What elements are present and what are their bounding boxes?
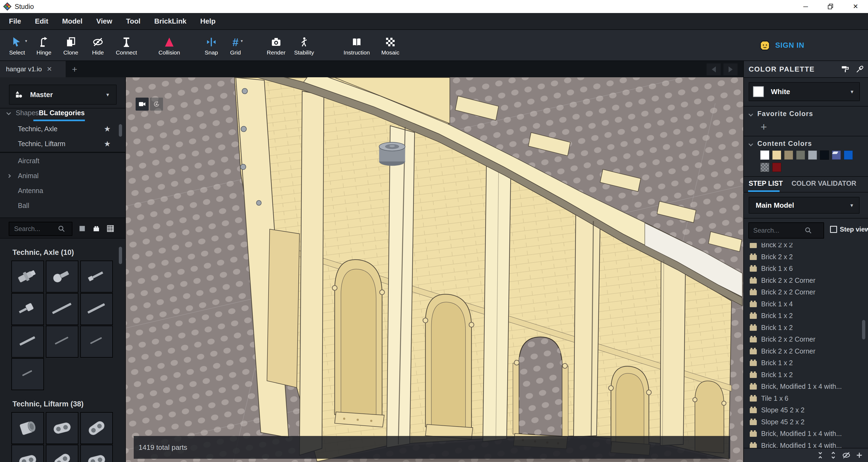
camera-view-button[interactable] [135, 98, 149, 111]
step-search[interactable] [748, 222, 824, 239]
content-color-swatch[interactable] [820, 151, 829, 160]
collapse-chevron-icon[interactable] [749, 142, 753, 146]
part-thumbnail[interactable] [80, 293, 113, 325]
step-list-item[interactable]: Brick 2 x 2 Corner [744, 333, 868, 345]
step-prev-button[interactable] [707, 63, 721, 75]
parts-scrollbar[interactable] [119, 247, 122, 264]
menu-tool[interactable]: Tool [126, 17, 141, 26]
step-list-item[interactable]: Slope 45 2 x 2 [744, 416, 868, 428]
collapse-chevron-icon[interactable] [6, 111, 11, 115]
part-thumbnail[interactable] [11, 326, 44, 358]
content-color-swatch[interactable] [772, 151, 781, 160]
tab-step-list[interactable]: STEP LIST [749, 179, 783, 187]
add-step-icon[interactable] [855, 451, 864, 460]
solid-view-toggle[interactable] [78, 224, 86, 233]
document-tab[interactable]: hangar v1.io ✕ [0, 61, 66, 77]
part-thumbnail[interactable] [11, 293, 44, 325]
stability-tool-button[interactable]: Stability [287, 33, 321, 60]
collision-tool-button[interactable]: Collision [152, 33, 186, 60]
content-color-swatch[interactable] [760, 151, 769, 160]
new-tab-button[interactable]: + [68, 61, 81, 77]
menu-edit[interactable]: Edit [35, 17, 48, 26]
step-list-item[interactable]: Brick 1 x 6 [744, 263, 868, 275]
add-favorite-color-button[interactable]: + [761, 123, 767, 131]
brick-view-toggle[interactable] [92, 224, 100, 233]
menu-file[interactable]: File [9, 17, 21, 26]
parts-search-input[interactable] [13, 225, 57, 233]
menu-model[interactable]: Model [62, 17, 83, 26]
part-thumbnail[interactable] [80, 326, 113, 358]
minimize-button[interactable]: ─ [793, 0, 818, 13]
category-scrollbar[interactable] [119, 124, 122, 137]
content-color-swatch[interactable] [808, 151, 817, 160]
rotation-lock-button[interactable] [150, 98, 163, 111]
menu-view[interactable]: View [96, 17, 112, 26]
content-color-swatch[interactable] [772, 163, 781, 172]
part-thumbnail[interactable] [46, 326, 79, 358]
model-selector-dropdown[interactable]: Master ▾ [9, 85, 117, 105]
part-thumbnail[interactable] [80, 412, 113, 444]
part-thumbnail[interactable] [11, 358, 44, 390]
tab-color-validator[interactable]: COLOR VALIDATOR [792, 179, 856, 187]
hide-parts-icon[interactable] [842, 451, 850, 460]
part-thumbnail[interactable] [11, 444, 44, 462]
close-button[interactable]: ✕ [843, 0, 868, 13]
category-item-animal[interactable]: Animal [0, 168, 126, 183]
part-thumbnail[interactable] [46, 444, 79, 462]
expand-all-icon[interactable] [829, 451, 838, 460]
tab-bl-categories[interactable]: BL Categories [39, 109, 85, 117]
step-list-item[interactable]: Brick 1 x 2 [744, 310, 868, 322]
part-thumbnail[interactable] [80, 444, 113, 462]
connect-tool-button[interactable]: Connect [110, 33, 143, 60]
favorite-category-item[interactable]: Technic, Liftarm★ [0, 136, 126, 151]
step-search-input[interactable] [753, 226, 804, 234]
step-list-item[interactable]: Brick 1 x 2 [744, 369, 868, 381]
menu-help[interactable]: Help [200, 17, 215, 26]
step-view-checkbox[interactable] [830, 226, 837, 233]
part-thumbnail[interactable] [46, 261, 79, 293]
step-list-item[interactable]: Tile 1 x 6 [744, 393, 868, 404]
mosaic-tool-button[interactable]: Mosaic [373, 33, 407, 60]
part-thumbnail[interactable] [11, 261, 44, 293]
content-color-swatch[interactable] [760, 163, 769, 172]
content-color-swatch[interactable] [784, 151, 793, 160]
step-list-item[interactable]: Brick 2 x 2 Corner [744, 275, 868, 287]
part-thumbnail[interactable] [46, 293, 79, 325]
category-item-aircraft[interactable]: Aircraft [0, 154, 126, 168]
step-list-item[interactable]: Brick, Modified 1 x 4 with... [744, 428, 868, 440]
step-list-item[interactable]: Brick 1 x 4 [744, 298, 868, 310]
paint-roller-icon[interactable] [841, 65, 849, 73]
step-list-item[interactable]: Slope 45 2 x 2 [744, 404, 868, 416]
current-color-dropdown[interactable]: White ▾ [749, 82, 860, 101]
menu-bricklink[interactable]: BrickLink [154, 17, 187, 26]
content-color-swatch[interactable] [844, 151, 853, 160]
star-icon[interactable]: ★ [104, 139, 111, 148]
tab-shapes[interactable]: Shapes [16, 109, 39, 117]
step-next-button[interactable] [723, 63, 738, 75]
step-list-item[interactable]: Brick, Modified 1 x 4 with... [744, 440, 868, 448]
content-color-swatch[interactable] [832, 151, 841, 160]
step-list-item[interactable]: Brick 1 x 2 [744, 322, 868, 334]
star-icon[interactable]: ★ [104, 125, 111, 133]
step-model-dropdown[interactable]: Main Model ▾ [749, 197, 860, 213]
favorite-category-item[interactable]: Technic, Axle★ [0, 122, 126, 136]
step-list-item[interactable]: Brick 2 x 2 Corner [744, 286, 868, 298]
category-item-antenna[interactable]: Antenna [0, 183, 126, 198]
collapse-all-icon[interactable] [816, 451, 825, 460]
part-thumbnail[interactable] [46, 412, 79, 444]
step-list-scrollbar[interactable] [862, 320, 865, 339]
parts-search[interactable] [9, 222, 72, 236]
step-list-item[interactable]: Brick 2 x 2 [744, 251, 868, 263]
sign-in-button[interactable]: SIGN IN [759, 30, 805, 61]
grid-view-toggle[interactable] [106, 224, 115, 233]
grid-tool-button[interactable]: #▾Grid [219, 33, 252, 60]
step-list-item[interactable]: Brick 2 x 2 [744, 243, 868, 251]
step-list-item[interactable]: Brick 1 x 2 [744, 357, 868, 369]
step-list-item[interactable]: Brick, Modified 1 x 4 with... [744, 381, 868, 393]
part-thumbnail[interactable] [80, 261, 113, 293]
content-color-swatch[interactable] [796, 151, 805, 160]
category-item-ball[interactable]: Ball [0, 198, 126, 213]
instruction-tool-button[interactable]: Instruction [340, 33, 373, 60]
collapse-chevron-icon[interactable] [749, 112, 753, 117]
part-thumbnail[interactable] [11, 412, 44, 444]
